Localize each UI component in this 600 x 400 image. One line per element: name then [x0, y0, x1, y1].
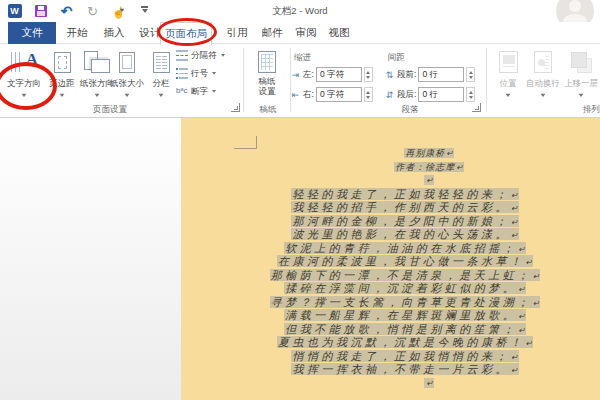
- space-before-field: 段前: 0 行: [384, 67, 475, 82]
- poem-end-mark-line: ↵: [234, 377, 600, 391]
- space-after-field: 段后: 0 行: [384, 87, 475, 102]
- tab-page-layout[interactable]: 页面布局: [160, 22, 212, 45]
- spacing-heading: 间距: [388, 52, 405, 64]
- text-direction-icon: [9, 50, 39, 74]
- poem-line: 轻轻的我走了，正如我轻轻的来；↵: [210, 188, 600, 202]
- document-area: 再别康桥↵ 作者：徐志摩↵ ↵ 轻轻的我走了，正如我轻轻的来；↵我轻轻的招手，作…: [0, 118, 600, 400]
- paragraph-dialog-launcher[interactable]: [472, 103, 481, 112]
- columns-icon: [153, 52, 170, 73]
- wrap-text-button[interactable]: 自动换行: [522, 46, 564, 104]
- page-setup-small-buttons: 分隔符 行号 断字: [176, 47, 226, 101]
- ribbon: 文字方向 页边距 纸张方向 纸张大小 分栏 分隔符 行号 断字 页面设置 稿: [0, 44, 600, 118]
- text-direction-button[interactable]: 文字方向: [2, 46, 46, 104]
- indent-right-spinner[interactable]: [364, 87, 373, 102]
- group-label-paragraph: 段落: [370, 104, 450, 116]
- orientation-icon: [84, 51, 110, 73]
- wrap-text-icon: [534, 51, 552, 73]
- space-after-icon: [384, 90, 395, 100]
- position-icon: [499, 51, 518, 73]
- bring-forward-icon: [570, 51, 592, 73]
- space-before-input[interactable]: 0 行: [418, 67, 464, 82]
- window-title: 文档2 - Word: [0, 5, 600, 18]
- hyphenation-button[interactable]: 断字: [176, 83, 226, 101]
- poem-blank-line: ↵: [234, 174, 600, 188]
- title-bar: 文档2 - Word: [0, 0, 600, 22]
- poem-line: 波光里的艳影，在我的心头荡漾。↵: [210, 228, 600, 242]
- paper-size-icon: [119, 52, 135, 73]
- line-numbers-icon: [179, 68, 188, 80]
- poem-line: 那榆荫下的一潭，不是清泉，是天上虹；↵: [210, 269, 600, 283]
- grid-paper-setup-button[interactable]: 稿纸设置: [248, 46, 286, 104]
- margins-icon: [54, 52, 71, 73]
- poem-line: 悄悄的我走了，正如我悄悄的来；↵: [210, 350, 600, 364]
- space-after-input[interactable]: 0 行: [418, 87, 464, 102]
- tab-view[interactable]: 视图: [322, 22, 356, 44]
- margins-button[interactable]: 页边距: [46, 46, 78, 104]
- tab-review[interactable]: 审阅: [289, 22, 323, 44]
- poem-title-line: 再别康桥↵: [234, 147, 600, 161]
- indent-left-field: 左: 0 字符: [290, 67, 373, 82]
- poem-line: 夏虫也为我沉默，沉默是今晚的康桥！↵: [210, 336, 600, 350]
- breaks-button[interactable]: 分隔符: [176, 47, 226, 65]
- poem-text: 再别康桥↵ 作者：徐志摩↵ ↵ 轻轻的我走了，正如我轻轻的来；↵我轻轻的招手，作…: [181, 147, 600, 390]
- indent-right-field: 右: 0 字符: [290, 87, 373, 102]
- indent-heading: 缩进: [294, 52, 311, 64]
- columns-button[interactable]: 分栏: [146, 46, 176, 104]
- space-before-spinner[interactable]: [466, 67, 475, 82]
- hyphenation-icon: [176, 86, 188, 98]
- group-label-grid-paper: 稿纸: [248, 104, 288, 116]
- tab-references[interactable]: 引用: [220, 22, 254, 44]
- grid-paper-icon: [258, 51, 276, 73]
- group-label-page-setup: 页面设置: [60, 104, 160, 116]
- poem-line: 我挥一挥衣袖，不带走一片云彩。↵: [210, 363, 600, 377]
- document-page[interactable]: 再别康桥↵ 作者：徐志摩↵ ↵ 轻轻的我走了，正如我轻轻的来；↵我轻轻的招手，作…: [181, 118, 600, 400]
- ribbon-tab-bar: 文件 开始 插入 设计 页面布局 引用 邮件 审阅 视图: [0, 22, 600, 44]
- bring-forward-button[interactable]: 上移一层: [560, 46, 600, 104]
- poem-line: 我轻轻的招手，作别西天的云彩。↵: [210, 201, 600, 215]
- line-numbers-button[interactable]: 行号: [176, 65, 226, 83]
- breaks-icon: [176, 50, 188, 62]
- space-before-icon: [384, 70, 395, 80]
- group-label-arrange: 排列: [583, 104, 600, 116]
- poem-line: 软泥上的青荇，油油的在水底招摇；↵: [210, 242, 600, 256]
- poem-line: 但我不能放歌，悄悄是别离的笙箫；↵: [210, 323, 600, 337]
- paper-size-button[interactable]: 纸张大小: [108, 46, 146, 104]
- indent-left-input[interactable]: 0 字符: [316, 67, 362, 82]
- tab-file[interactable]: 文件: [8, 22, 56, 44]
- position-button[interactable]: 位置: [492, 46, 524, 104]
- poem-line: 在康河的柔波里，我甘心做一条水草！↵: [210, 255, 600, 269]
- tab-home[interactable]: 开始: [58, 22, 96, 44]
- indent-right-icon: [290, 90, 301, 100]
- tab-mailings[interactable]: 邮件: [255, 22, 289, 44]
- indent-right-input[interactable]: 0 字符: [316, 87, 362, 102]
- tab-insert[interactable]: 插入: [96, 22, 132, 44]
- page-setup-dialog-launcher[interactable]: [231, 103, 240, 112]
- indent-left-icon: [290, 70, 301, 80]
- poem-line: 满载一船星辉，在星辉斑斓里放歌。↵: [210, 309, 600, 323]
- space-after-spinner[interactable]: [466, 87, 475, 102]
- poem-line: 揉碎在浮藻间，沉淀着彩虹似的梦。↵: [210, 282, 600, 296]
- poem-line: 那河畔的金柳，是夕阳中的新娘；↵: [210, 215, 600, 229]
- poem-author-line: 作者：徐志摩↵: [234, 161, 600, 175]
- indent-left-spinner[interactable]: [364, 67, 373, 82]
- poem-line: 寻梦？撑一支长篙，向青草更青处漫溯；↵: [210, 296, 600, 310]
